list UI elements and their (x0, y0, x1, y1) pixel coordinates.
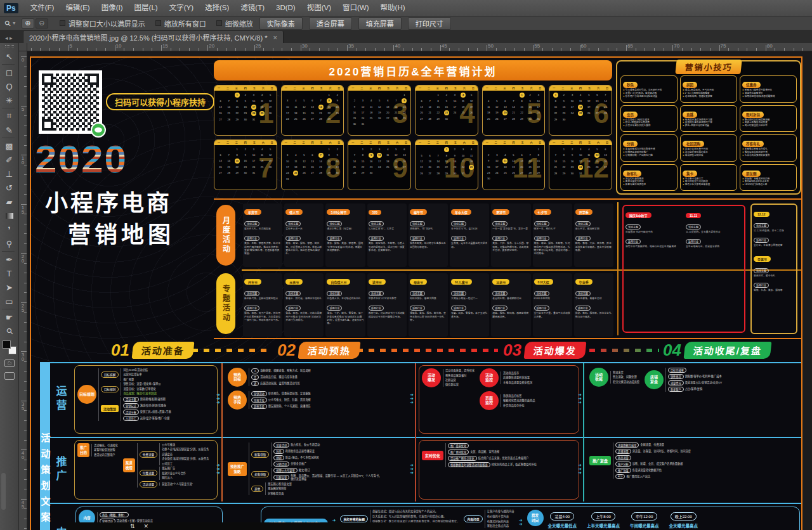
month-card-10: 一二三四五六日101234567891011121314151617181920… (415, 139, 478, 190)
path-select-tool[interactable]: ➤ (2, 280, 17, 294)
month-card-4: 一二三四五六日412345678910111213141516171819202… (415, 85, 478, 136)
ruler-corner (19, 43, 27, 51)
tip-box-限时折扣: 限时折扣整点限时折扣制造稀缺感高频上新维持活动热度倒计时氛围提升转化率 (740, 105, 797, 132)
option-button-打印尺寸[interactable]: 打印尺寸 (408, 17, 451, 30)
tip-box-社区团购: 社区团购发展小区团长集中开团次日自提降低履约成本爆品预售以销定采 (680, 134, 737, 162)
tip-box-分销: 分销发展老客成为分销员裂变传播阶梯佣金激励持续推广分销素材统一产出降低门槛 (620, 134, 678, 162)
checkbox[interactable] (155, 20, 161, 26)
marquee-tool[interactable]: ◻ (2, 65, 17, 79)
ps-logo-icon: Ps (4, 3, 18, 13)
cell-推广-0: 推广 目的活动曝光、引流转化老客特权促进复购激活站内沉默用户渠道 梳理免费流量公… (74, 440, 218, 500)
cell-运营-1: 预热 目标人涨粉获客、唤醒老客、预售方式、新品调研货活动商品分层、赠品与库存准备… (225, 365, 411, 434)
activity-card-3.08女神节: 3.08女神节活动主题遇见女神之美（宠爱她）适用行业美妆、服饰、美容、家居等，围… (325, 204, 365, 267)
cell-推广-2: 实时优化推广渠道优化推广素材优化文案、商品图、宣传海报活动推广侧重点优化结合用户… (419, 440, 579, 500)
brush-tool[interactable]: ✐ (2, 153, 17, 167)
color-swatches[interactable] (3, 340, 16, 354)
blur-tool[interactable]: ❜ (2, 223, 17, 236)
menu-文字(Y)[interactable]: 文字(Y) (164, 0, 199, 16)
panel-collapse-icon[interactable]: ◂ ▸ (5, 35, 19, 41)
scan-caption: 扫码可以获得小程序扶持 (106, 93, 214, 110)
lasso-tool[interactable]: Ϙ (2, 79, 17, 93)
eyedropper-tool[interactable]: ✎ (2, 123, 17, 137)
menu-文件(F)[interactable]: 文件(F) (25, 0, 60, 16)
poster-title-line1: 小程序电商 (45, 184, 172, 217)
menu-编辑(E)[interactable]: 编辑(E) (60, 0, 95, 16)
month-card-12: 一二三四五六日121234567891011121314151617181920… (549, 139, 612, 190)
menu-3D(D)[interactable]: 3D(D) (270, 0, 301, 16)
minimized-window-bar[interactable]: ⇅ ✕ (67, 522, 465, 530)
activity-card-开学季: 开学季活动主题收心开学，赢战新学期适用行业数码、教育、文具、图书等，抓住返校装备… (574, 204, 613, 267)
canvas-area: 05101520253035404550556065707580 051 01 … (19, 43, 812, 530)
pen-tool[interactable]: ✒ (2, 252, 17, 266)
activity-card-年货节: 年货节活动主题届年终大礼，年货囤起来适用行业美妆、生鲜、家居百货等，结合年前用户… (243, 204, 282, 267)
type-tool[interactable]: T (2, 266, 17, 280)
screen-mode-button[interactable] (4, 372, 15, 380)
month-card-11: 一二三四五六日111234567891011121314151617181920… (482, 139, 546, 190)
panel-grip[interactable] (5, 45, 14, 48)
quick-mask-button[interactable] (4, 359, 15, 367)
activity-card-520: 520活动主题5.20因爱放“价”，大声爱适用行业美妆、珠宝饰品、生鲜等，与爱人… (367, 204, 407, 267)
menu-选择(S)[interactable]: 选择(S) (199, 0, 235, 16)
foreground-color-swatch[interactable] (3, 340, 11, 349)
tip-box-集卡: 集卡节点集卡兑换大奖每日任务提升访问频次稀有卡社交求助带来裂变 (680, 164, 737, 191)
phase-04: 04活动收尾/复盘 (663, 340, 771, 360)
tip-box-新客礼: 新客礼进店有礼获取客资首单立减提升转化新客专属价培养信任 (620, 164, 678, 191)
send-time-晚上22:00: 晚上22:00全天曝光最高点 (669, 512, 698, 529)
magic-wand-tool[interactable]: ✳ (2, 93, 17, 107)
tip-box-优惠券: 优惠券新客无门槛券提升首单转化满减券拉高客单价临期券短信/模板消息提醒核销 (740, 75, 797, 103)
dodge-tool[interactable]: ⚲ (2, 236, 17, 250)
option-button-实际像素[interactable]: 实际像素 (259, 17, 303, 30)
restore-icon[interactable]: ⇅ (130, 523, 135, 529)
clone-stamp-tool[interactable]: ⊥ (2, 167, 17, 181)
menu-滤镜(T)[interactable]: 滤镜(T) (235, 0, 270, 16)
checkbox[interactable] (216, 20, 222, 26)
phase-01: 01活动准备 (111, 340, 193, 360)
left-strip: 活动策划文案 (40, 362, 50, 530)
phase-03: 03活动爆发 (503, 340, 586, 360)
wechat-icon (91, 122, 106, 138)
collapsed-dock-tab[interactable] (1, 473, 6, 510)
menu-帮助(H)[interactable]: 帮助(H) (375, 0, 411, 16)
zoom-in-button[interactable]: ⊕ (22, 18, 34, 29)
month-card-2: 一二三四五六日212345678910111213141516171819202… (281, 85, 344, 136)
activity-card-毕业季: 毕业季活动主题毕业不散场，青春不打烊适用行业旅游、数码、服饰等，抓住毕业礼物与出… (574, 273, 613, 337)
tip-box-直播: 直播每周固定场次培养用户习惯直播间专属券促进即时下单预告+回放沉淀内容流量 (680, 105, 737, 132)
menu-窗口(W)[interactable]: 窗口(W) (337, 0, 375, 16)
eraser-tool[interactable]: ▰ (2, 195, 17, 209)
option-button-适合屏幕[interactable]: 适合屏幕 (309, 17, 352, 30)
checkbox-label: 细微缩放 (225, 18, 253, 29)
zoom-out-button[interactable]: ⊖ (36, 18, 48, 29)
activity-card-年中大促: 年中大促活动主题年中狂欢“6”月，蓄力618适用行业全品类，是年中冲量最佳的大促… (450, 204, 489, 267)
document-canvas[interactable]: 扫码可以获得小程序扶持 2020 小程序电商 营销地图 2020营销日历&全年营… (27, 51, 812, 530)
healing-brush-tool[interactable]: ▩ (2, 139, 17, 153)
checkbox[interactable] (60, 20, 65, 26)
cell-运营-2: 活动 爆发活动全面放量，提升转化预售商品尾款催付社群运营微信群运营活动 监控活动… (419, 365, 579, 434)
close-icon-small[interactable]: ✕ (144, 523, 149, 529)
document-tab[interactable]: 2020小程序电商营销地图.jpg @ 12.5% (扫码可以获得小程序扶持, … (23, 31, 284, 43)
row-label-内容: 内容 (53, 527, 69, 530)
vertical-ruler: 051 01 52 02 53 03 54 04 5 (19, 51, 27, 530)
option-button-填充屏幕[interactable]: 填充屏幕 (358, 17, 402, 30)
cell-推广-1: 预热推广 策略新客获取裂变活动助力有礼、砍价专场活动秒杀利用秒杀品迅速传播裂变拼… (225, 440, 411, 500)
history-brush-tool[interactable]: ↺ (2, 181, 17, 195)
activity-card-母亲节: 母亲节活动主题妈妈节快乐，感恩大回馈适用行业保健品、美妆、服饰、鲜花等，宣传主题… (409, 273, 448, 337)
menu-图像(I)[interactable]: 图像(I) (96, 0, 129, 16)
calendar-title: 2020营销日历&全年营销计划 (214, 60, 612, 81)
marketing-tips-panel: 营销小技巧 秒杀引火爆单品低价引流，当天限时开抢设置1~2小时场次，营造紧迫感秒… (616, 60, 801, 195)
move-tool[interactable]: ↖ (2, 49, 17, 63)
close-icon[interactable]: × (273, 34, 277, 41)
menu-图层(L)[interactable]: 图层(L) (129, 0, 164, 16)
send-time-上午8:00: 上午8:00上半天曝光最高点 (587, 512, 620, 529)
planning-grid: 活动策划文案 运营推广内容 内容商品（晒图、素材）营销活动活动海报 / 长图 /… (40, 362, 802, 530)
q4-promo-card: 国庆&中秋节活动主题欢度国庆·花好月圆迎中秋适用行业借势节日气氛做促销，电商行业… (622, 205, 745, 333)
phase-02: 02活动预热 (277, 340, 360, 360)
menu-视图(V)[interactable]: 视图(V) (301, 0, 337, 16)
gradient-tool[interactable] (2, 209, 17, 223)
shape-tool[interactable]: ▭ (2, 294, 17, 308)
activity-card-七夕节: 七夕节活动主题情定一生，相约七夕适用行业美妆、珠宝、服饰、生鲜等，针对情侣用户可… (533, 204, 572, 267)
cell-运营-0: 目标规划目标拆解同比2019年活动总结运营同比增长率推广预算目标规划销售目标：流… (74, 365, 218, 434)
month-card-5: 一二三四五六日512345678910111213141516171819202… (482, 85, 546, 136)
crop-tool[interactable]: ⌗ (2, 109, 17, 123)
activity-card-61儿童节: 61儿童节活动主题大朋友小朋友一起过六一适用行业母婴、玩具、零食等，亲子互动礼遇… (450, 273, 489, 337)
monthly-activity-label: 月度活动 (216, 205, 235, 266)
